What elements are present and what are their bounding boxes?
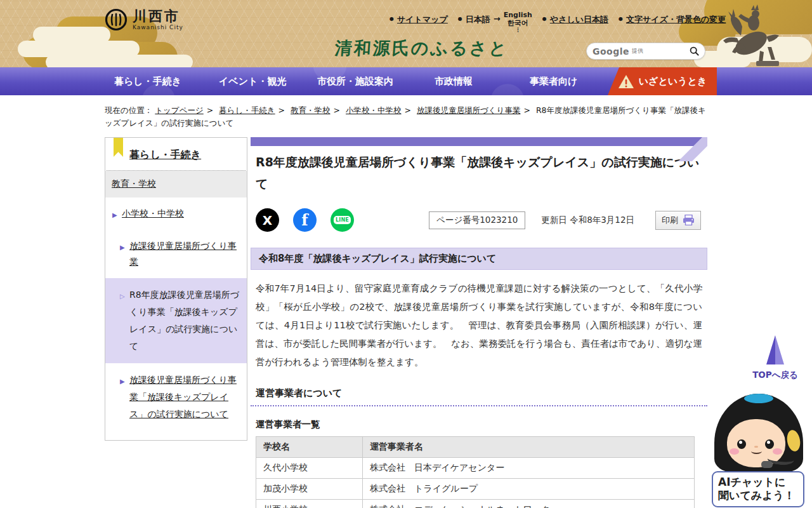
ai-chat-speech-bubble[interactable]: AIチャットに 聞いてみよう！	[712, 471, 804, 507]
sidebar-title: 暮らし・手続き	[105, 138, 247, 170]
operator-name-cell: 株式会社 エデュケーショナルネットワーク	[363, 500, 695, 508]
table-header-row: 学校名 運営事業者名	[256, 437, 695, 458]
back-to-top-button[interactable]: TOPへ戻る	[752, 335, 798, 381]
arrow-right-icon: →	[494, 14, 501, 23]
white-cloud-decoration	[46, 55, 193, 67]
table-title: 運営事業者一覧	[256, 418, 702, 431]
global-nav: 暮らし・手続き イベント・観光 市役所・施設案内 市政情報 事業者向け いざとい…	[0, 67, 812, 95]
sidebar-category: 教育・学校	[105, 171, 247, 197]
nav-item-jigyosha[interactable]: 事業者向け	[530, 67, 577, 95]
purple-bar-decoration	[251, 137, 707, 146]
mascot-mouth	[751, 448, 762, 454]
table-row: 川西小学校 株式会社 エデュケーショナルネットワーク	[256, 500, 695, 508]
mascot-hair-accent	[744, 394, 773, 403]
sidebar-item-hokago-jigyo[interactable]: ▶ 放課後児童居場所づくり事業	[105, 230, 247, 278]
sidebar-title-link[interactable]: 暮らし・手続き	[129, 149, 201, 161]
operator-name-cell: 株式会社 トライグループ	[363, 479, 695, 500]
operator-name-cell: 株式会社 日本デイケアセンター	[363, 458, 695, 479]
share-x-button[interactable]: X	[256, 208, 279, 232]
main-content: R8年度放課後児童居場所づくり事業「放課後キッズプレイス」の試行実施について X…	[251, 137, 707, 508]
site-tagline: 清和源氏のふるさと	[334, 37, 509, 60]
easy-japanese-link[interactable]: やさしい日本語	[542, 14, 608, 25]
logo-text: 川西市 Kawanishi City	[133, 9, 183, 30]
mascot-blush	[730, 448, 739, 455]
google-logo: Google	[593, 46, 629, 57]
triangle-right-outline-icon: ▷	[120, 288, 125, 305]
breadcrumb-link-home[interactable]: トップページ	[155, 105, 216, 115]
site-header: 川西市 Kawanishi City サイトマップ 日本語 → English …	[0, 0, 812, 67]
page-number-badge: ページ番号1023210	[429, 211, 525, 229]
sidebar-category-link[interactable]: 教育・学校	[112, 178, 156, 189]
title-accent-bar	[251, 137, 707, 161]
triangle-right-icon: ▶	[120, 373, 125, 390]
breadcrumb-link-kurashi[interactable]: 暮らし・手続き	[219, 105, 288, 115]
breadcrumb: 現在の位置： トップページ 暮らし・手続き 教育・学校 小学校・中学校 放課後児…	[105, 104, 707, 130]
triangle-right-icon: ▶	[112, 207, 117, 223]
language-english-link[interactable]: English	[504, 11, 532, 19]
page: 川西市 Kawanishi City サイトマップ 日本語 → English …	[0, 0, 812, 508]
updated-date: 更新日 令和8年3月12日	[541, 215, 634, 226]
breadcrumb-prefix: 現在の位置：	[105, 105, 152, 115]
city-name-en: Kawanishi City	[133, 24, 183, 30]
breadcrumb-link-shogakko[interactable]: 小学校・中学校	[346, 105, 414, 115]
share-facebook-button[interactable]: f	[293, 208, 317, 232]
provided-by-label: 提供	[632, 47, 643, 55]
share-line-button[interactable]: LINE	[331, 208, 354, 232]
school-name-cell: 川西小学校	[256, 500, 363, 508]
site-logo[interactable]: 川西市 Kawanishi City	[105, 8, 183, 31]
sidebar-item-shogakko[interactable]: ▶ 小学校・中学校	[105, 197, 247, 230]
page-meta-row: X f LINE ページ番号1023210 更新日 令和8年3月12日 印刷	[256, 208, 707, 232]
more-languages-icon[interactable]: ⋮	[515, 27, 521, 32]
headset-mic-icon	[761, 461, 773, 468]
col-header-school: 学校名	[256, 437, 363, 458]
subsection-heading-row: 運営事業者について	[251, 387, 707, 406]
subsection-heading: 運営事業者について	[256, 387, 342, 399]
section-heading: 令和8年度「放課後キッズプレイス」試行実施について	[251, 248, 707, 270]
language-switcher[interactable]: 日本語 → English 한국어 ⋮	[458, 14, 532, 32]
table-row: 加茂小学校 株式会社 トライグループ	[256, 479, 695, 500]
mascot-eye	[737, 439, 746, 449]
bookmark-icon	[114, 138, 123, 157]
language-options: English 한국어 ⋮	[504, 11, 532, 32]
sidebar-item-kids-place[interactable]: ▶ 放課後児童居場所づくり事業「放課後キッズプレイス」の試行実施について	[105, 363, 247, 431]
ai-chat-text-line1: AIチャットに	[718, 476, 798, 489]
ai-chat-text-line2: 聞いてみよう！	[718, 489, 798, 502]
back-to-top-label: TOPへ戻る	[752, 370, 798, 381]
emergency-label: いざというとき	[639, 76, 707, 88]
mascot-nose	[754, 446, 758, 448]
triangle-right-icon: ▶	[120, 239, 125, 255]
body-paragraph: 令和7年7月14日より、留守家庭児童育成クラブの待機児童課題に対する解決策の一つ…	[256, 279, 702, 371]
school-name-cell: 加茂小学校	[256, 479, 363, 500]
mascot-eye	[765, 439, 774, 449]
city-name: 川西市	[133, 9, 183, 24]
search-icon[interactable]	[690, 46, 699, 56]
line-logo: LINE	[334, 216, 351, 224]
breadcrumb-link-hokago[interactable]: 放課後児童居場所づくり事業	[417, 105, 534, 115]
nav-item-shiyakusho[interactable]: 市役所・施設案内	[317, 67, 393, 95]
operators-table: 学校名 運営事業者名 久代小学校 株式会社 日本デイケアセンター 加茂小学校 株…	[256, 436, 695, 508]
nav-item-shisei[interactable]: 市政情報	[435, 67, 473, 95]
sidebar-item-current-page: ▷ R8年度放課後児童居場所づくり事業「放課後キッズプレイス」の試行実施について	[105, 278, 247, 363]
col-header-operator: 運営事業者名	[363, 437, 695, 458]
sitemap-link[interactable]: サイトマップ	[390, 14, 448, 25]
language-ja-label: 日本語	[466, 14, 490, 25]
table-row: 久代小学校 株式会社 日本デイケアセンター	[256, 458, 695, 479]
search-input[interactable]: Google 提供	[586, 43, 705, 60]
printer-icon	[683, 215, 695, 225]
utility-links: サイトマップ 日本語 → English 한국어 ⋮ やさしい日本語 文字サイズ…	[390, 10, 726, 32]
arrow-up-icon	[766, 335, 784, 364]
nav-item-event[interactable]: イベント・観光	[219, 67, 286, 95]
ai-chat-widget[interactable]: AIチャットに 聞いてみよう！	[712, 391, 806, 507]
warning-icon	[618, 74, 634, 89]
sidebar: 暮らし・手続き 教育・学校 ▶ 小学校・中学校 ▶ 放課後児童居場所づくり事業 …	[105, 137, 247, 441]
breadcrumb-link-kyoiku[interactable]: 教育・学校	[291, 105, 343, 115]
school-name-cell: 久代小学校	[256, 458, 363, 479]
city-emblem-icon	[105, 8, 128, 31]
print-button[interactable]: 印刷	[655, 211, 701, 230]
print-label: 印刷	[662, 215, 678, 226]
nav-item-emergency[interactable]: いざというとき	[608, 67, 717, 95]
nav-item-kurashi[interactable]: 暮らし・手続き	[114, 67, 181, 95]
display-settings-link[interactable]: 文字サイズ・背景色の変更	[619, 14, 726, 25]
